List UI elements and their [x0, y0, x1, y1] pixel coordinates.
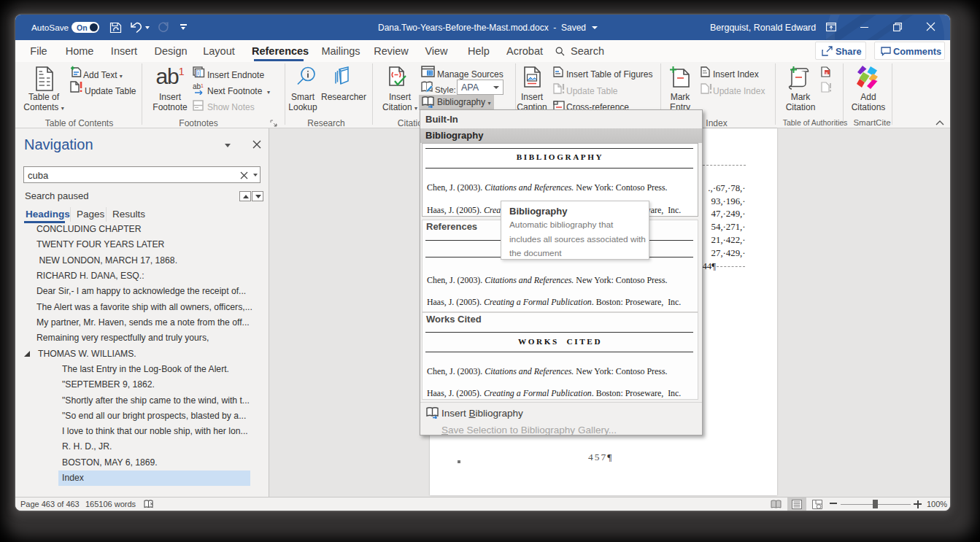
svg-text:ab: ab	[193, 82, 201, 90]
svg-text:1: 1	[201, 83, 204, 88]
svg-text:[i]: [i]	[196, 69, 201, 77]
